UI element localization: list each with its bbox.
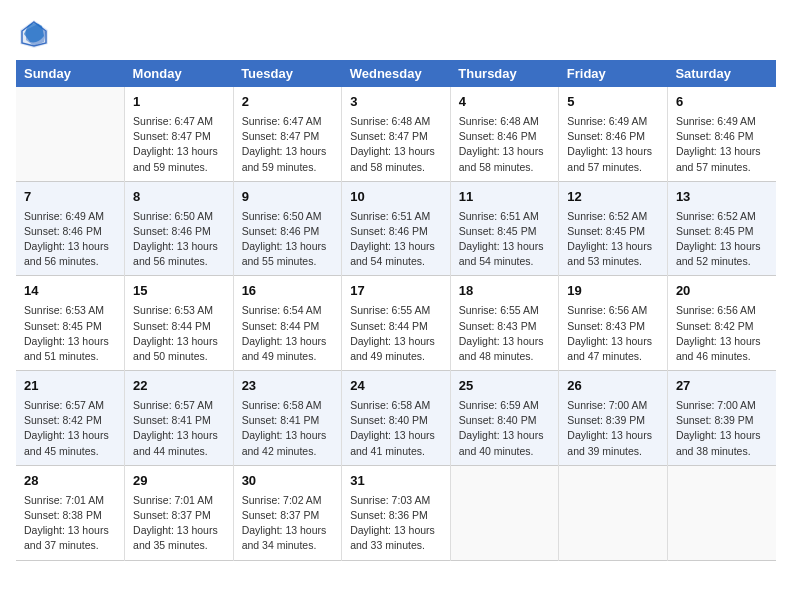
day-number: 21 [24, 377, 116, 396]
calendar-cell: 25Sunrise: 6:59 AM Sunset: 8:40 PM Dayli… [450, 371, 559, 466]
calendar-cell: 8Sunrise: 6:50 AM Sunset: 8:46 PM Daylig… [125, 181, 234, 276]
day-info: Sunrise: 6:52 AM Sunset: 8:45 PM Dayligh… [567, 209, 659, 270]
calendar-cell: 24Sunrise: 6:58 AM Sunset: 8:40 PM Dayli… [342, 371, 451, 466]
day-number: 15 [133, 282, 225, 301]
day-number: 31 [350, 472, 442, 491]
calendar-cell: 19Sunrise: 6:56 AM Sunset: 8:43 PM Dayli… [559, 276, 668, 371]
week-row-2: 7Sunrise: 6:49 AM Sunset: 8:46 PM Daylig… [16, 181, 776, 276]
day-header-wednesday: Wednesday [342, 60, 451, 87]
day-number: 2 [242, 93, 334, 112]
day-number: 28 [24, 472, 116, 491]
calendar-cell: 31Sunrise: 7:03 AM Sunset: 8:36 PM Dayli… [342, 465, 451, 560]
calendar-cell: 23Sunrise: 6:58 AM Sunset: 8:41 PM Dayli… [233, 371, 342, 466]
calendar-cell: 29Sunrise: 7:01 AM Sunset: 8:37 PM Dayli… [125, 465, 234, 560]
day-number: 13 [676, 188, 768, 207]
day-header-thursday: Thursday [450, 60, 559, 87]
day-number: 22 [133, 377, 225, 396]
day-info: Sunrise: 6:47 AM Sunset: 8:47 PM Dayligh… [242, 114, 334, 175]
day-info: Sunrise: 6:51 AM Sunset: 8:45 PM Dayligh… [459, 209, 551, 270]
header [16, 16, 776, 52]
day-number: 9 [242, 188, 334, 207]
calendar-cell: 10Sunrise: 6:51 AM Sunset: 8:46 PM Dayli… [342, 181, 451, 276]
day-number: 8 [133, 188, 225, 207]
day-number: 29 [133, 472, 225, 491]
day-info: Sunrise: 6:55 AM Sunset: 8:44 PM Dayligh… [350, 303, 442, 364]
calendar-cell: 15Sunrise: 6:53 AM Sunset: 8:44 PM Dayli… [125, 276, 234, 371]
day-number: 17 [350, 282, 442, 301]
calendar-cell [559, 465, 668, 560]
day-header-monday: Monday [125, 60, 234, 87]
day-number: 18 [459, 282, 551, 301]
calendar-cell: 1Sunrise: 6:47 AM Sunset: 8:47 PM Daylig… [125, 87, 234, 181]
calendar-cell: 11Sunrise: 6:51 AM Sunset: 8:45 PM Dayli… [450, 181, 559, 276]
logo [16, 16, 56, 52]
day-number: 5 [567, 93, 659, 112]
day-info: Sunrise: 6:49 AM Sunset: 8:46 PM Dayligh… [676, 114, 768, 175]
logo-icon [16, 16, 52, 52]
calendar-cell: 26Sunrise: 7:00 AM Sunset: 8:39 PM Dayli… [559, 371, 668, 466]
day-info: Sunrise: 6:53 AM Sunset: 8:44 PM Dayligh… [133, 303, 225, 364]
day-info: Sunrise: 7:01 AM Sunset: 8:37 PM Dayligh… [133, 493, 225, 554]
calendar-cell: 18Sunrise: 6:55 AM Sunset: 8:43 PM Dayli… [450, 276, 559, 371]
day-header-friday: Friday [559, 60, 668, 87]
day-info: Sunrise: 6:52 AM Sunset: 8:45 PM Dayligh… [676, 209, 768, 270]
calendar-cell: 28Sunrise: 7:01 AM Sunset: 8:38 PM Dayli… [16, 465, 125, 560]
day-info: Sunrise: 6:58 AM Sunset: 8:41 PM Dayligh… [242, 398, 334, 459]
week-row-4: 21Sunrise: 6:57 AM Sunset: 8:42 PM Dayli… [16, 371, 776, 466]
calendar-cell: 5Sunrise: 6:49 AM Sunset: 8:46 PM Daylig… [559, 87, 668, 181]
calendar-cell: 21Sunrise: 6:57 AM Sunset: 8:42 PM Dayli… [16, 371, 125, 466]
calendar-cell: 20Sunrise: 6:56 AM Sunset: 8:42 PM Dayli… [667, 276, 776, 371]
day-info: Sunrise: 6:57 AM Sunset: 8:42 PM Dayligh… [24, 398, 116, 459]
day-info: Sunrise: 7:02 AM Sunset: 8:37 PM Dayligh… [242, 493, 334, 554]
day-number: 1 [133, 93, 225, 112]
day-number: 26 [567, 377, 659, 396]
day-number: 24 [350, 377, 442, 396]
calendar-cell: 12Sunrise: 6:52 AM Sunset: 8:45 PM Dayli… [559, 181, 668, 276]
day-info: Sunrise: 6:55 AM Sunset: 8:43 PM Dayligh… [459, 303, 551, 364]
day-info: Sunrise: 6:48 AM Sunset: 8:47 PM Dayligh… [350, 114, 442, 175]
day-number: 27 [676, 377, 768, 396]
day-info: Sunrise: 6:49 AM Sunset: 8:46 PM Dayligh… [24, 209, 116, 270]
day-info: Sunrise: 6:53 AM Sunset: 8:45 PM Dayligh… [24, 303, 116, 364]
day-number: 25 [459, 377, 551, 396]
day-info: Sunrise: 6:50 AM Sunset: 8:46 PM Dayligh… [133, 209, 225, 270]
day-info: Sunrise: 6:59 AM Sunset: 8:40 PM Dayligh… [459, 398, 551, 459]
calendar-cell [450, 465, 559, 560]
day-info: Sunrise: 6:49 AM Sunset: 8:46 PM Dayligh… [567, 114, 659, 175]
day-number: 7 [24, 188, 116, 207]
week-row-1: 1Sunrise: 6:47 AM Sunset: 8:47 PM Daylig… [16, 87, 776, 181]
day-number: 23 [242, 377, 334, 396]
day-info: Sunrise: 7:03 AM Sunset: 8:36 PM Dayligh… [350, 493, 442, 554]
calendar-cell: 30Sunrise: 7:02 AM Sunset: 8:37 PM Dayli… [233, 465, 342, 560]
day-info: Sunrise: 7:01 AM Sunset: 8:38 PM Dayligh… [24, 493, 116, 554]
day-info: Sunrise: 6:48 AM Sunset: 8:46 PM Dayligh… [459, 114, 551, 175]
calendar-cell: 6Sunrise: 6:49 AM Sunset: 8:46 PM Daylig… [667, 87, 776, 181]
day-info: Sunrise: 6:56 AM Sunset: 8:43 PM Dayligh… [567, 303, 659, 364]
calendar-cell: 16Sunrise: 6:54 AM Sunset: 8:44 PM Dayli… [233, 276, 342, 371]
calendar-cell: 22Sunrise: 6:57 AM Sunset: 8:41 PM Dayli… [125, 371, 234, 466]
day-header-sunday: Sunday [16, 60, 125, 87]
calendar-cell: 14Sunrise: 6:53 AM Sunset: 8:45 PM Dayli… [16, 276, 125, 371]
day-info: Sunrise: 6:50 AM Sunset: 8:46 PM Dayligh… [242, 209, 334, 270]
day-header-tuesday: Tuesday [233, 60, 342, 87]
calendar-cell [667, 465, 776, 560]
day-info: Sunrise: 7:00 AM Sunset: 8:39 PM Dayligh… [567, 398, 659, 459]
week-row-5: 28Sunrise: 7:01 AM Sunset: 8:38 PM Dayli… [16, 465, 776, 560]
day-number: 6 [676, 93, 768, 112]
week-row-3: 14Sunrise: 6:53 AM Sunset: 8:45 PM Dayli… [16, 276, 776, 371]
calendar-cell: 9Sunrise: 6:50 AM Sunset: 8:46 PM Daylig… [233, 181, 342, 276]
day-info: Sunrise: 6:51 AM Sunset: 8:46 PM Dayligh… [350, 209, 442, 270]
day-header-saturday: Saturday [667, 60, 776, 87]
day-info: Sunrise: 6:58 AM Sunset: 8:40 PM Dayligh… [350, 398, 442, 459]
day-info: Sunrise: 6:54 AM Sunset: 8:44 PM Dayligh… [242, 303, 334, 364]
day-number: 14 [24, 282, 116, 301]
day-number: 12 [567, 188, 659, 207]
calendar-cell: 3Sunrise: 6:48 AM Sunset: 8:47 PM Daylig… [342, 87, 451, 181]
day-number: 20 [676, 282, 768, 301]
day-info: Sunrise: 6:57 AM Sunset: 8:41 PM Dayligh… [133, 398, 225, 459]
calendar-cell: 2Sunrise: 6:47 AM Sunset: 8:47 PM Daylig… [233, 87, 342, 181]
day-number: 11 [459, 188, 551, 207]
day-number: 10 [350, 188, 442, 207]
day-info: Sunrise: 7:00 AM Sunset: 8:39 PM Dayligh… [676, 398, 768, 459]
day-number: 3 [350, 93, 442, 112]
